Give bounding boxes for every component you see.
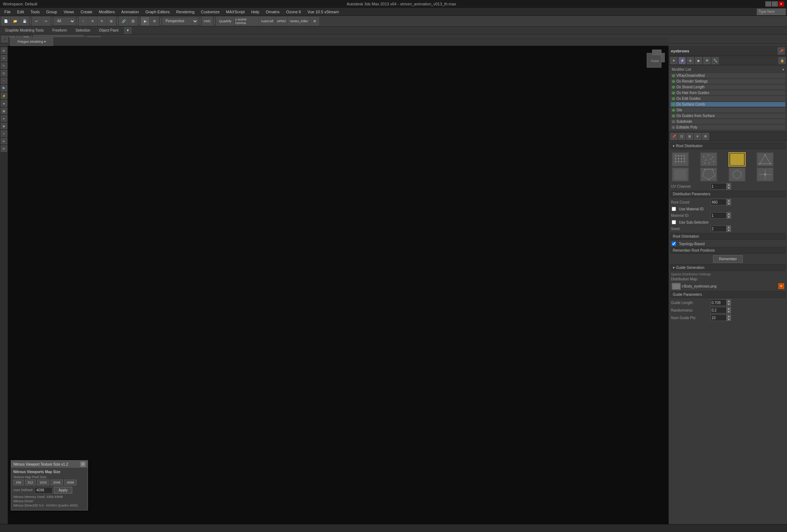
use-material-id-checkbox[interactable] xyxy=(672,207,676,211)
make-unique-btn[interactable]: ⊞ xyxy=(686,133,693,140)
left-btn-12[interactable]: ≡ xyxy=(1,130,7,137)
modifier-hair-from-guides[interactable]: Ox Hair from Guides xyxy=(670,90,786,95)
menu-item-graph-editors[interactable]: Graph Editors xyxy=(143,9,173,15)
root-count-up[interactable]: ▲ xyxy=(727,199,731,202)
unlink-btn[interactable]: ⛓ xyxy=(129,17,137,25)
num-guides-input[interactable] xyxy=(710,314,727,321)
move-btn[interactable]: ✛ xyxy=(88,17,97,25)
root-count-input[interactable] xyxy=(710,199,727,205)
menu-item-customize[interactable]: Customize xyxy=(198,9,222,15)
menu-item-edit[interactable]: Edit xyxy=(14,9,27,15)
remove-modifier-btn[interactable]: ✕ xyxy=(694,133,701,140)
menu-item-vue[interactable]: Vue 10.5 xStream xyxy=(305,9,342,15)
pattern-verts[interactable] xyxy=(756,167,774,182)
use-sub-selection-checkbox[interactable] xyxy=(672,220,676,224)
uv-channel-up[interactable]: ▲ xyxy=(727,183,731,186)
undo-btn[interactable]: ↩ xyxy=(32,17,41,25)
left-btn-4[interactable]: ⊟ xyxy=(1,70,7,76)
modify-icon[interactable]: ⚡ xyxy=(679,57,686,64)
modifier-sils[interactable]: Sils xyxy=(670,107,786,113)
size-256-btn[interactable]: 256 xyxy=(13,480,24,485)
nitrous-close-btn[interactable]: ✕ xyxy=(80,462,85,467)
rotate-btn[interactable]: ↻ xyxy=(98,17,106,25)
link-btn[interactable]: 🔗 xyxy=(119,17,128,25)
graphite-tab-modeling[interactable]: Graphite Modeling Tools xyxy=(2,28,47,33)
panel-pin-btn[interactable]: 📌 xyxy=(778,47,785,55)
left-btn-3[interactable]: ↻ xyxy=(1,62,7,69)
graphite-tab-object-paint[interactable]: Object Paint xyxy=(96,28,121,33)
randomness-input[interactable] xyxy=(710,307,727,313)
pattern-hex[interactable] xyxy=(728,167,746,182)
menu-item-modifiers[interactable]: Modifiers xyxy=(96,9,118,15)
num-guides-down[interactable]: ▼ xyxy=(727,318,731,321)
left-btn-10[interactable]: ● xyxy=(1,115,7,122)
num-guides-up[interactable]: ▲ xyxy=(727,314,731,318)
open-btn[interactable]: 📂 xyxy=(11,17,19,25)
menu-item-animation[interactable]: Animation xyxy=(119,9,142,15)
left-btn-14[interactable]: ⊗ xyxy=(1,145,7,152)
randomness-down[interactable]: ▼ xyxy=(727,310,731,313)
display-icon[interactable]: 👁 xyxy=(703,57,710,64)
autocell-btn[interactable]: AutoCell xyxy=(259,17,275,25)
root-count-down[interactable]: ▼ xyxy=(727,202,731,205)
seed-input[interactable] xyxy=(710,225,727,232)
size-1024-btn[interactable]: 1024 xyxy=(37,480,49,485)
menu-item-rendering[interactable]: Rendering xyxy=(173,9,198,15)
scene-viewport[interactable] xyxy=(8,46,116,100)
seed-up[interactable]: ▲ xyxy=(727,225,731,229)
modifier-edit-guides[interactable]: Ox Edit Guides xyxy=(670,96,786,101)
hierarchy-icon[interactable]: ⊕ xyxy=(687,57,694,64)
menu-item-create[interactable]: Create xyxy=(78,9,95,15)
menu-item-omatrix[interactable]: Omatrix xyxy=(263,9,283,15)
scale-btn[interactable]: ⊞ xyxy=(107,17,116,25)
menu-item-maxscript[interactable]: MAXScript xyxy=(223,9,247,15)
render-btn[interactable]: ▶ xyxy=(141,17,149,25)
guide-length-input[interactable] xyxy=(710,299,727,306)
left-btn-9[interactable]: ▦ xyxy=(1,108,7,114)
modifier-render-settings[interactable]: Ox Render Settings xyxy=(670,79,786,84)
pattern-grid-selected[interactable] xyxy=(728,152,746,167)
dist-map-clear-btn[interactable]: ✕ xyxy=(778,283,784,289)
mat-id-down[interactable]: ▼ xyxy=(727,215,731,219)
size-512-btn[interactable]: 512 xyxy=(25,480,36,485)
epmv-btn[interactable]: ePMV xyxy=(276,17,287,25)
config-btn[interactable]: ⚙ xyxy=(310,17,319,25)
modifier-guides-from-surface[interactable]: Ox Guides from Surface xyxy=(670,113,786,118)
mat-id-up[interactable]: ▲ xyxy=(727,212,731,215)
poly-mod-dropdown[interactable]: Polygon Modeling ▾ xyxy=(10,37,53,46)
pattern-voronoi[interactable] xyxy=(700,167,717,182)
type-here-field[interactable]: Type here xyxy=(757,9,786,15)
save-btn[interactable]: 💾 xyxy=(20,17,29,25)
redo-btn[interactable]: ↪ xyxy=(42,17,50,25)
modifier-list-dropdown[interactable]: ▾ xyxy=(782,67,784,71)
uv-channel-down[interactable]: ▼ xyxy=(727,186,731,190)
vertex-killer-btn[interactable]: Vertex_Killer xyxy=(288,17,310,25)
root-orientation-section[interactable]: Root Orientation xyxy=(670,233,786,240)
modifier-editable-poly[interactable]: Editable Poly xyxy=(670,125,786,130)
show-end-result-btn[interactable]: ⊡ xyxy=(678,133,685,140)
material-id-input[interactable] xyxy=(710,212,727,219)
nitrous-apply-btn[interactable]: Apply xyxy=(54,487,72,494)
render-setup-btn[interactable]: ⚙ xyxy=(150,17,159,25)
configure-modifier-sets-btn[interactable]: ⚙ xyxy=(702,133,709,140)
left-btn-8[interactable]: ◈ xyxy=(1,100,7,107)
pattern-triangulated[interactable] xyxy=(756,152,774,167)
pattern-dots[interactable] xyxy=(672,152,689,167)
pin-stack-btn[interactable]: 📌 xyxy=(670,133,677,140)
new-btn[interactable]: 📄 xyxy=(1,17,10,25)
maximize-btn[interactable]: □ xyxy=(772,1,778,6)
guide-length-down[interactable]: ▼ xyxy=(727,303,731,306)
topology-based-checkbox[interactable] xyxy=(672,242,676,246)
nitrous-user-defined-input[interactable] xyxy=(34,487,52,494)
vmc-btn[interactable]: VMC xyxy=(202,17,213,25)
menu-item-file[interactable]: File xyxy=(1,9,14,15)
left-btn-5[interactable]: ☞ xyxy=(1,78,7,84)
remember-positions-section[interactable]: Remember Root Positions xyxy=(670,247,786,254)
modifier-surface-comb[interactable]: Ox Surface Comb xyxy=(670,102,786,107)
modifier-vraymx[interactable]: VRayOmatrixMod xyxy=(670,73,786,78)
selection-filter[interactable]: All xyxy=(54,18,75,25)
pattern-noise[interactable] xyxy=(672,167,689,182)
root-distribution-section[interactable]: ▾ Root Distribution xyxy=(670,143,786,149)
left-btn-11[interactable]: ◉ xyxy=(1,123,7,129)
menu-item-group[interactable]: Group xyxy=(43,9,60,15)
